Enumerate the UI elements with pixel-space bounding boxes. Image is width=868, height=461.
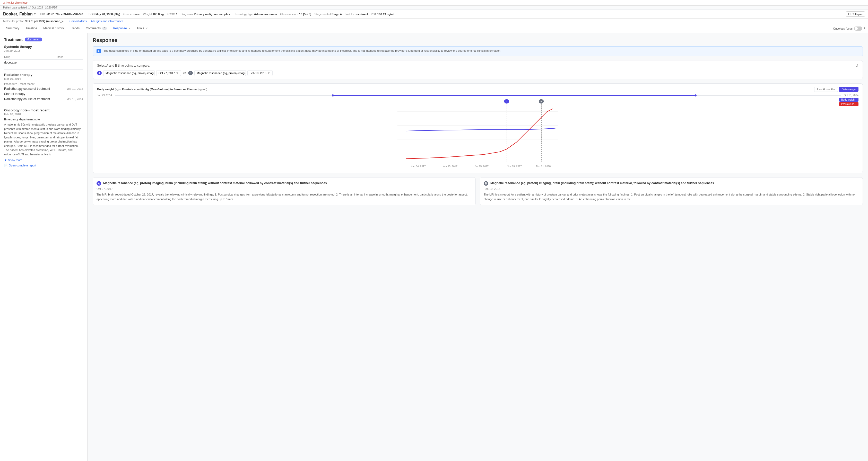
point-b-badge: B bbox=[188, 71, 193, 75]
systemic-therapy-date: Jan 29, 2018 bbox=[4, 49, 83, 52]
oncology-focus-label: Oncology focus bbox=[833, 27, 852, 30]
tab-comments-label: Comments bbox=[86, 27, 101, 30]
trials-close-icon[interactable]: ✕ bbox=[146, 27, 148, 30]
point-a-date-select[interactable]: Oct 27, 2017 ▼ bbox=[156, 70, 181, 76]
compare-label: Select A and B time points to compare. ↺ bbox=[97, 64, 859, 68]
compare-section: Select A and B time points to compare. ↺… bbox=[93, 60, 863, 79]
weight-label: Weight bbox=[143, 12, 152, 16]
tab-response-label: Response bbox=[113, 27, 127, 30]
open-report-label: Open complete report bbox=[9, 164, 36, 167]
date-range-label: Date range bbox=[842, 88, 856, 91]
top-bar: Not for clinical use bbox=[0, 0, 868, 6]
response-close-icon[interactable]: ✕ bbox=[128, 27, 130, 30]
psa-label: PSA bbox=[371, 12, 377, 16]
open-report-link[interactable]: 📄 Open complete report bbox=[4, 164, 83, 167]
diagnosis-value: Primary malignant neoplas... bbox=[194, 12, 232, 16]
collapse-button[interactable]: ⊡ Collapse bbox=[846, 11, 865, 17]
ai-icon: A bbox=[96, 49, 101, 53]
radiation-therapy-title: Radiation therapy bbox=[4, 73, 83, 77]
time-point-a: A Magnetic resonance (eg, proton) imagi.… bbox=[97, 70, 181, 76]
ai-notice: A The data highlighted in blue or marked… bbox=[93, 46, 863, 56]
radiation-therapy-date: Mar 10, 2014 bbox=[4, 77, 83, 80]
systemic-therapy-title: Systemic therapy bbox=[4, 45, 83, 48]
last-6-months-button[interactable]: Last 6 months bbox=[814, 87, 838, 92]
time-point-b: B Magnetic resonance (eg, proton) imagi.… bbox=[188, 70, 273, 76]
point-b-chevron-icon: ▼ bbox=[268, 71, 270, 75]
date-range-button[interactable]: Date range bbox=[839, 87, 859, 92]
tabs-bar: Summary Timeline Medical history Trends … bbox=[0, 24, 868, 33]
point-b-imaging-text: Magnetic resonance (eg, proton) imagi... bbox=[197, 71, 246, 75]
sub-header: Molecular profile NKX3: p.R130Q (missens… bbox=[0, 19, 868, 24]
patient-header: Booker, Fabian ▼ PID c6157b78-ce53-40be-… bbox=[0, 10, 868, 19]
comorbidities-link[interactable]: Comorbidities bbox=[69, 20, 87, 23]
mri-a-date: Oct 27, 2017 bbox=[96, 187, 472, 190]
legend-prostate: Prostate sp... bbox=[839, 102, 859, 106]
histology-label: Histology type bbox=[236, 12, 253, 16]
psa-value: 196.19 ng/mL bbox=[377, 12, 395, 16]
procedure-date-1: Mar 10, 2014 bbox=[66, 87, 83, 90]
point-b-date-text: Feb 10, 2018 bbox=[250, 71, 267, 75]
mri-a-badge: A bbox=[96, 181, 101, 186]
dob-field: DOB May 28, 1958 (66y) bbox=[89, 12, 120, 16]
dob-value: May 28, 1958 (66y) bbox=[95, 12, 120, 16]
chart-svg: Jan 04, 2017 Apr 15, 2017 Jul 25, 2017 N… bbox=[97, 98, 859, 170]
tab-trials-label: Trials bbox=[137, 27, 144, 30]
point-b-date-select[interactable]: Feb 10, 2018 ▼ bbox=[247, 70, 273, 76]
molecular-label: Molecular profile bbox=[3, 20, 24, 23]
dose-col-header: Dose bbox=[57, 54, 83, 60]
tab-medical-history-label: Medical history bbox=[43, 27, 64, 30]
point-a-imaging-text: Magnetic resonance (eg, proton) imagi... bbox=[105, 71, 155, 75]
chart-container: Body weight Prostate sp... Jan 04, 2017 … bbox=[97, 98, 859, 170]
last-6-months-label: Last 6 months bbox=[817, 88, 835, 91]
gleason-value: 10 (5 + 5) bbox=[299, 12, 311, 16]
svg-text:A: A bbox=[506, 100, 507, 103]
mri-b-title: Magnetic resonance (eg, proton) imaging,… bbox=[490, 181, 714, 186]
stage-label: Stage - initial bbox=[314, 12, 331, 16]
tab-summary[interactable]: Summary bbox=[3, 24, 22, 33]
weight-value: 108.8 kg bbox=[153, 12, 164, 16]
mri-grid: A Magnetic resonance (eg, proton) imagin… bbox=[93, 177, 863, 205]
refresh-button[interactable]: ↺ bbox=[856, 64, 859, 68]
gleason-field: Gleason score 10 (5 + 5) bbox=[280, 12, 311, 16]
chart-header: Body weight (kg) · Prostate specific Ag … bbox=[97, 87, 859, 92]
weight-field: Weight 108.8 kg bbox=[143, 12, 164, 16]
patient-data-bar: Patient data updated: 14 Oct, 2024 | 10:… bbox=[0, 6, 868, 10]
svg-text:B: B bbox=[540, 100, 542, 103]
svg-text:Nov 03, 2017: Nov 03, 2017 bbox=[507, 165, 522, 167]
svg-text:Jul 25, 2017: Jul 25, 2017 bbox=[475, 165, 489, 167]
tab-response[interactable]: Response ✕ bbox=[110, 24, 133, 33]
psa-field: PSA 196.19 ng/mL bbox=[371, 12, 395, 16]
tab-comments[interactable]: Comments 0 bbox=[83, 24, 110, 33]
show-more-button[interactable]: ▼ Show more bbox=[4, 159, 83, 162]
oncology-focus-switch[interactable] bbox=[854, 27, 862, 31]
comments-badge: 0 bbox=[102, 27, 107, 30]
mri-card-b: B Magnetic resonance (eg, proton) imagin… bbox=[480, 177, 863, 205]
tab-trends[interactable]: Trends bbox=[67, 24, 83, 33]
point-b-imaging-select[interactable]: Magnetic resonance (eg, proton) imagi... bbox=[194, 70, 246, 76]
last-tx-field: Last Tx docetaxel bbox=[345, 12, 368, 16]
mri-card-a: A Magnetic resonance (eg, proton) imagin… bbox=[93, 177, 476, 205]
compare-label-text: Select A and B time points to compare. bbox=[97, 64, 150, 67]
stage-field: Stage - initial Stage 4 bbox=[314, 12, 342, 16]
molecular-field: Molecular profile NKX3: p.R130Q (missens… bbox=[3, 20, 65, 23]
stage-value: Stage 4 bbox=[332, 12, 342, 16]
tab-timeline[interactable]: Timeline bbox=[22, 24, 40, 33]
allergies-link[interactable]: Allergies and intolerances bbox=[91, 20, 123, 23]
dob-label: DOB bbox=[89, 12, 95, 16]
swap-button[interactable]: ⇄ bbox=[183, 71, 186, 75]
gleason-label: Gleason score bbox=[280, 12, 298, 16]
ai-notice-text: The data highlighted in blue or marked o… bbox=[103, 49, 501, 53]
patient-name[interactable]: Booker, Fabian ▼ bbox=[3, 12, 36, 17]
chart-section: Body weight (kg) · Prostate specific Ag … bbox=[93, 84, 863, 173]
pid-value: c6157b78-ce53-40be-94b9-3... bbox=[46, 12, 86, 16]
chart-y-unit-left: (kg) · bbox=[115, 88, 122, 91]
svg-text:Feb 11, 2018: Feb 11, 2018 bbox=[536, 165, 551, 167]
chart-date-start: Jan 29, 2014 bbox=[97, 94, 112, 97]
point-a-imaging-select[interactable]: Magnetic resonance (eg, proton) imagi... bbox=[103, 70, 155, 76]
procedure-date-3: Mar 10, 2014 bbox=[66, 98, 83, 101]
tab-medical-history[interactable]: Medical history bbox=[40, 24, 67, 33]
mri-b-header: B Magnetic resonance (eg, proton) imagin… bbox=[484, 181, 859, 186]
tab-trials[interactable]: Trials ✕ bbox=[133, 24, 151, 33]
pid-field: PID c6157b78-ce53-40be-94b9-3... bbox=[40, 12, 86, 16]
chart-date-end: Oct 15, 2024 bbox=[844, 94, 859, 97]
